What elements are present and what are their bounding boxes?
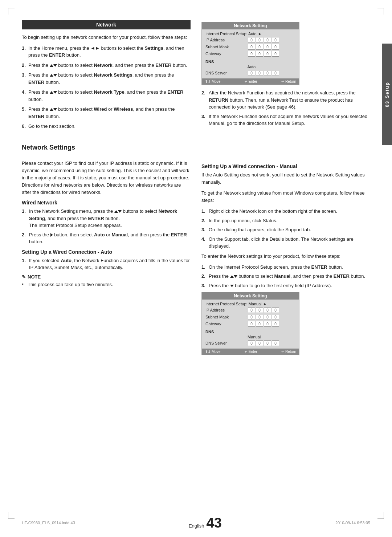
note-item: This process can take up to five minutes… bbox=[22, 281, 191, 288]
network-steps-list: 1. In the Home menu, press the ◄► button… bbox=[22, 45, 191, 130]
top-two-col: Network To begin setting up the network … bbox=[22, 20, 370, 133]
step-num: 2. bbox=[201, 273, 205, 280]
ns-footer-enter: ↵ Enter bbox=[245, 80, 257, 84]
list-item: 1. In the Home menu, press the ◄► button… bbox=[22, 45, 191, 59]
ns-colon: : Auto bbox=[245, 65, 256, 69]
bottom-two-col: Please contact your ISP to find out if y… bbox=[22, 160, 370, 359]
step-num: 2. bbox=[22, 62, 26, 69]
ns-cell: 0 bbox=[248, 37, 255, 43]
ns-intro-text: Please contact your ISP to find out if y… bbox=[22, 160, 191, 196]
wired-network-heading: Wired Network bbox=[22, 200, 191, 206]
auto-connection-steps: 1. If you selected Auto, the Network Fun… bbox=[22, 257, 191, 271]
list-item: 3. On the dialog that appears, click the… bbox=[201, 226, 370, 233]
list-item: 4. On the Support tab, click the Details… bbox=[201, 236, 370, 250]
ns-footer-return-manual: ↩ Return bbox=[281, 350, 296, 354]
step-num: 2. bbox=[22, 231, 26, 239]
bottom-left: Please contact your ISP to find out if y… bbox=[22, 160, 191, 359]
enter-icon: ↵ bbox=[245, 350, 248, 354]
bottom-right: Setting Up a Wired connection - Manual I… bbox=[201, 160, 370, 359]
ns-cells: 0 0 0 0 bbox=[248, 307, 279, 313]
page-wrapper: 03 Setup Network To begin setting up the… bbox=[0, 0, 392, 537]
ns-cell: 0 bbox=[256, 70, 263, 76]
page-num-area: English 43 bbox=[189, 516, 222, 530]
arrow-right-icon: ► bbox=[263, 302, 267, 306]
ns-cell: 0 bbox=[272, 44, 279, 50]
page-number: 43 bbox=[207, 516, 222, 530]
ns-colon: : bbox=[245, 322, 246, 326]
ns-cell: 0 bbox=[248, 321, 255, 327]
ns-cell: 0 bbox=[248, 51, 255, 57]
ns-colon: : bbox=[245, 45, 246, 49]
ns-cell: 0 bbox=[248, 314, 255, 320]
ns-footer-manual: ⬆⬇ Move ↵ Enter ↩ Return bbox=[202, 349, 299, 355]
step-num: 5. bbox=[22, 106, 26, 113]
ns-cell: 0 bbox=[272, 307, 279, 313]
step-num: 1. bbox=[201, 264, 205, 271]
ns-cell: 0 bbox=[264, 340, 271, 346]
ns-cell: 0 bbox=[272, 70, 279, 76]
ns-cell: 0 bbox=[256, 314, 263, 320]
ns-box-body: Internet Protocol Setup : Auto ► IP Addr… bbox=[202, 29, 299, 78]
ns-box-auto: Network Setting Internet Protocol Setup … bbox=[201, 22, 299, 85]
ns-cell: 0 bbox=[264, 37, 271, 43]
list-item: 2. Press the buttons to select Network, … bbox=[22, 62, 191, 69]
list-item: 6. Go to the next section. bbox=[22, 123, 191, 130]
ns-row-gateway: Gateway : 0 0 0 0 bbox=[205, 51, 295, 57]
step-num: 3. bbox=[201, 282, 205, 289]
ns-cell: 0 bbox=[256, 51, 263, 57]
ns-divider bbox=[205, 328, 295, 328]
ns-cells: 0 0 0 0 bbox=[248, 70, 279, 76]
note-text: NOTE bbox=[28, 274, 41, 280]
ns-colon: : bbox=[245, 71, 246, 75]
ns-dns-heading-manual: DNS bbox=[205, 330, 295, 334]
ns-cell: 0 bbox=[248, 44, 255, 50]
manual-intro: If the Auto Setting does not work, you'l… bbox=[201, 171, 370, 186]
ns-row-dns-type: : Auto bbox=[205, 65, 295, 69]
ns-label: Gateway bbox=[205, 322, 245, 326]
ns-row-dns-type-manual: : Manual bbox=[205, 335, 295, 339]
step-num: 3. bbox=[22, 72, 26, 79]
side-tab: 03 Setup bbox=[382, 44, 392, 145]
ns-label: Subnet Mask bbox=[205, 45, 245, 49]
step-num: 4. bbox=[201, 236, 205, 243]
ns-colon: : bbox=[245, 315, 246, 319]
ns-colon: : bbox=[245, 341, 246, 345]
ns-cell: 0 bbox=[264, 44, 271, 50]
step-num: 1. bbox=[22, 208, 26, 215]
list-item: 1. If you selected Auto, the Network Fun… bbox=[22, 257, 191, 271]
ns-cells: 0 0 0 0 bbox=[248, 314, 279, 320]
return-icon: ↩ bbox=[281, 80, 284, 84]
ns-cell: 0 bbox=[256, 44, 263, 50]
step-num: 4. bbox=[22, 89, 26, 96]
ns-cells: 0 0 0 0 bbox=[248, 37, 279, 43]
left-col-top: Network To begin setting up the network … bbox=[22, 20, 191, 133]
side-tab-text: 03 Setup bbox=[384, 82, 390, 107]
ns-row-gateway-manual: Gateway : 0 0 0 0 bbox=[205, 321, 295, 327]
footer-left-text: HT-C9930_ELS_0914.indd 43 bbox=[22, 521, 75, 525]
ns-footer-return: ↩ Return bbox=[281, 80, 296, 84]
manual-connection-heading: Setting Up a Wired connection - Manual bbox=[201, 163, 370, 169]
return-icon: ↩ bbox=[281, 350, 284, 354]
list-item: 3. Press the buttons to select Network S… bbox=[22, 72, 191, 86]
ns-label: IP Address bbox=[205, 38, 245, 42]
ns-dns-heading: DNS bbox=[205, 60, 295, 64]
footer-right-text: 2010-09-14 6:53:05 bbox=[335, 521, 370, 525]
ns-footer-move-label: Move bbox=[212, 350, 220, 354]
ns-row-ip-manual: IP Address : 0 0 0 0 bbox=[205, 307, 295, 313]
auto-connection-heading: Setting Up a Wired Connection - Auto bbox=[22, 249, 191, 255]
ns-cells: 0 0 0 0 bbox=[248, 340, 279, 346]
ns-cells: 0 0 0 0 bbox=[248, 44, 279, 50]
ns-row-protocol-manual: Internet Protocol Setup : Manual ► bbox=[205, 302, 295, 306]
wired-network-steps: 1. In the Network Settings menu, press t… bbox=[22, 208, 191, 245]
ns-cells: 0 0 0 0 bbox=[248, 321, 279, 327]
step-num: 1. bbox=[201, 208, 205, 215]
intro-text: To begin setting up the network connecti… bbox=[22, 34, 191, 41]
corner-mark-tl bbox=[8, 8, 15, 15]
ns-label: Internet Protocol Setup bbox=[205, 302, 246, 306]
ns-row-ip: IP Address : 0 0 0 0 bbox=[205, 37, 295, 43]
step-num: 1. bbox=[22, 257, 26, 264]
list-item: 1. In the Network Settings menu, press t… bbox=[22, 208, 191, 229]
ns-cell: 0 bbox=[248, 70, 255, 76]
ns-cell: 0 bbox=[264, 321, 271, 327]
ns-cell: 0 bbox=[264, 51, 271, 57]
